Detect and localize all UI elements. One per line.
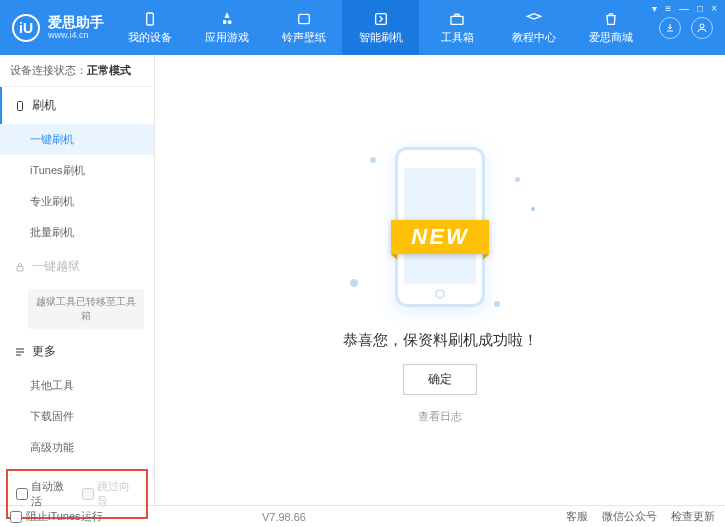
main-content: NEW 恭喜您，保资料刷机成功啦！ 确定 查看日志	[155, 55, 725, 505]
user-button[interactable]	[691, 17, 713, 39]
svg-rect-2	[375, 13, 386, 24]
success-illustration: NEW	[340, 137, 540, 317]
apps-icon	[218, 11, 236, 27]
success-message: 恭喜您，保资料刷机成功啦！	[343, 331, 538, 350]
nav-smart-flash[interactable]: 智能刷机	[342, 0, 419, 55]
phone-icon	[14, 100, 26, 112]
sidebar-item-batch-flash[interactable]: 批量刷机	[0, 217, 154, 248]
sidebar: 设备连接状态：正常模式 刷机 一键刷机 iTunes刷机 专业刷机 批量刷机 一…	[0, 55, 155, 505]
svg-rect-1	[298, 14, 309, 23]
svg-rect-4	[455, 14, 459, 16]
checkbox-auto-activate[interactable]: 自动激活	[16, 479, 72, 509]
nav-toolbox[interactable]: 工具箱	[419, 0, 496, 55]
svg-rect-6	[18, 101, 23, 110]
device-icon	[141, 11, 159, 27]
app-header: ▾ ≡ — □ × iU 爱思助手 www.i4.cn 我的设备 应用游戏 铃声…	[0, 0, 725, 55]
minimize-icon[interactable]: —	[679, 3, 689, 14]
version-label: V7.98.66	[262, 511, 306, 523]
store-icon	[602, 11, 620, 27]
app-title: 爱思助手	[48, 15, 104, 30]
sidebar-item-other-tools[interactable]: 其他工具	[0, 370, 154, 401]
sidebar-item-oneclick-flash[interactable]: 一键刷机	[0, 124, 154, 155]
svg-point-5	[700, 24, 704, 28]
svg-rect-0	[147, 13, 154, 25]
top-nav: 我的设备 应用游戏 铃声壁纸 智能刷机 工具箱 教程中心 爱思商城	[112, 0, 649, 55]
section-more[interactable]: 更多	[0, 333, 154, 370]
download-button[interactable]	[659, 17, 681, 39]
jailbreak-note: 越狱工具已转移至工具箱	[28, 289, 144, 329]
link-wechat[interactable]: 微信公众号	[602, 509, 657, 524]
nav-apps[interactable]: 应用游戏	[189, 0, 266, 55]
nav-ringtones[interactable]: 铃声壁纸	[265, 0, 342, 55]
dropdown-icon[interactable]: ▾	[652, 3, 657, 14]
nav-tutorials[interactable]: 教程中心	[496, 0, 573, 55]
logo-icon: iU	[12, 14, 40, 42]
header-actions	[659, 17, 713, 39]
flash-icon	[372, 11, 390, 27]
checkbox-skip-guide[interactable]: 跳过向导	[82, 479, 138, 509]
sidebar-item-pro-flash[interactable]: 专业刷机	[0, 186, 154, 217]
lock-icon	[14, 261, 26, 273]
media-icon	[295, 11, 313, 27]
toolbox-icon	[448, 11, 466, 27]
section-jailbreak: 一键越狱	[0, 248, 154, 285]
nav-store[interactable]: 爱思商城	[572, 0, 649, 55]
tutorial-icon	[525, 11, 543, 27]
sidebar-item-itunes-flash[interactable]: iTunes刷机	[0, 155, 154, 186]
logo: iU 爱思助手 www.i4.cn	[12, 14, 112, 42]
new-ribbon: NEW	[391, 220, 488, 254]
nav-my-device[interactable]: 我的设备	[112, 0, 189, 55]
sidebar-item-advanced[interactable]: 高级功能	[0, 432, 154, 463]
checkbox-block-itunes[interactable]: 阻止iTunes运行	[10, 509, 103, 524]
menu-icon[interactable]: ≡	[665, 3, 671, 14]
window-controls: ▾ ≡ — □ ×	[652, 3, 717, 14]
confirm-button[interactable]: 确定	[403, 364, 477, 395]
view-log-link[interactable]: 查看日志	[418, 409, 462, 424]
app-url: www.i4.cn	[48, 30, 104, 40]
svg-rect-7	[17, 266, 23, 271]
link-support[interactable]: 客服	[566, 509, 588, 524]
section-flash[interactable]: 刷机	[0, 87, 154, 124]
svg-rect-3	[451, 16, 463, 24]
link-update[interactable]: 检查更新	[671, 509, 715, 524]
maximize-icon[interactable]: □	[697, 3, 703, 14]
list-icon	[14, 346, 26, 358]
footer-links: 客服 微信公众号 检查更新	[566, 509, 715, 524]
connection-status: 设备连接状态：正常模式	[0, 55, 154, 87]
sidebar-item-download-firmware[interactable]: 下载固件	[0, 401, 154, 432]
close-icon[interactable]: ×	[711, 3, 717, 14]
